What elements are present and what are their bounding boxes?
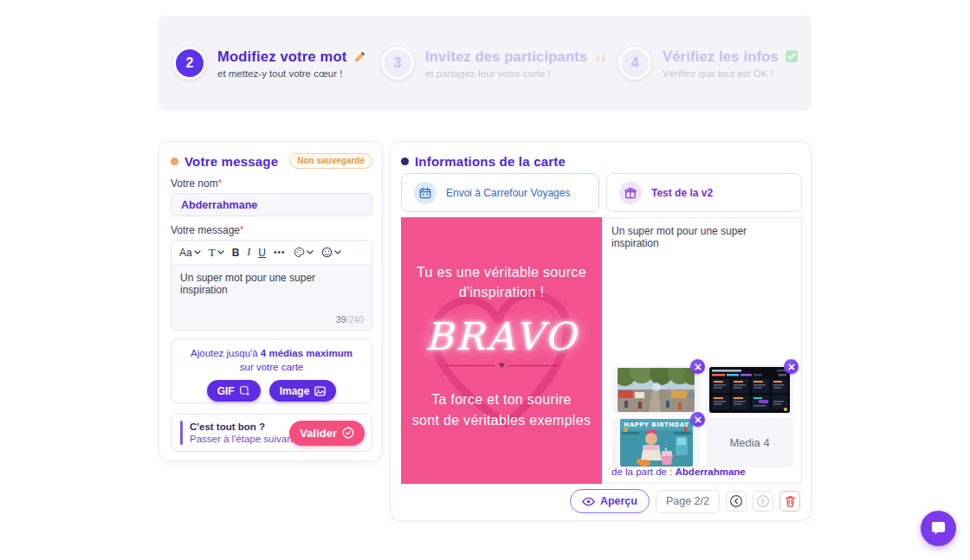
media-2-dashboard (706, 365, 793, 415)
text-size-button[interactable]: T (209, 246, 224, 260)
next-page-button[interactable] (753, 491, 773, 512)
step-invitez-participants[interactable]: 3 Invitez des participants et partagez-l… (381, 16, 607, 111)
step-3-circle: 3 (381, 47, 414, 80)
apercu-button[interactable]: Aperçu (570, 489, 650, 513)
editor-toolbar: Aa T B I U ••• (171, 241, 372, 265)
confirm-title: C'est tout bon ? (190, 422, 289, 432)
step-2-title: Modifiez votre mot (217, 48, 346, 65)
chat-bubble-icon (930, 521, 947, 536)
trash-icon (785, 495, 796, 507)
unsaved-badge: Non sauvegardé (289, 153, 372, 169)
italic-button[interactable]: I (247, 246, 250, 259)
chat-support-button[interactable] (921, 511, 956, 546)
unsaved-status-dot (171, 158, 178, 165)
confirm-box: C'est tout bon ? Passer à l'étape suivan… (171, 414, 372, 452)
step-3-subtitle: et partagez-leur votre carte ! (425, 68, 607, 79)
happy-birthday-gif: HAPPY BIRTHDAY (620, 419, 693, 467)
underline-button[interactable]: U (258, 247, 266, 259)
eye-icon (582, 497, 595, 506)
step-2-number: 2 (186, 55, 194, 71)
gif-sticker-icon (240, 386, 250, 396)
card-message-bottom: Ta force et ton sourire sont de véritabl… (401, 389, 602, 429)
writing-hand-icon (353, 50, 366, 63)
chevron-down-icon (334, 250, 341, 254)
close-icon (788, 364, 795, 370)
message-editor: Aa T B I U ••• Un super mot pour une sup… (171, 240, 372, 331)
required-asterisk: * (240, 224, 243, 235)
bold-button[interactable]: B (232, 247, 240, 259)
step-2-circle: 2 (173, 47, 206, 80)
name-input[interactable] (171, 193, 372, 216)
remove-media-3-button[interactable] (690, 412, 705, 427)
image-icon (314, 386, 326, 396)
tab-label: Test de la v2 (651, 187, 713, 199)
tab-label: Envoi à Carrefour Voyages (446, 187, 570, 199)
char-counter: 39/240 (336, 314, 364, 325)
calendar-icon (414, 182, 436, 204)
arrow-left-circle-icon (729, 494, 743, 508)
media-3-birthday-gif: HAPPY BIRTHDAY (612, 418, 700, 467)
check-mark-icon (786, 50, 798, 62)
validate-button[interactable]: Valider (289, 421, 365, 446)
step-4-circle: 4 (618, 47, 651, 80)
page-indicator: Page 2/2 (656, 490, 720, 513)
step-4-title: Vérifiez les infos (663, 48, 779, 65)
palette-icon (294, 247, 305, 258)
close-icon (695, 416, 702, 423)
svg-text:HAPPY BIRTHDAY: HAPPY BIRTHDAY (624, 422, 689, 428)
previous-page-button[interactable] (726, 491, 747, 512)
stepper: 2 Modifiez votre mot et mettez-y tout vo… (158, 16, 812, 111)
step-modifiez-votre-mot[interactable]: 2 Modifiez votre mot et mettez-y tout vo… (173, 16, 366, 111)
chevron-down-icon (194, 250, 201, 254)
message-panel: Votre message Non sauvegardé Votre nom* … (158, 141, 383, 461)
card-front-preview[interactable]: Tu es une véritable source d'inspiration… (401, 217, 602, 484)
media-grid: HAPPY BIRTHDAY (612, 365, 793, 467)
tab-envoi-carrefour-voyages[interactable]: Envoi à Carrefour Voyages (401, 173, 599, 212)
sender-name: Abderrahmane (676, 467, 746, 477)
card-tabs: Envoi à Carrefour Voyages Test de la v2 (401, 173, 802, 212)
accent-bar (180, 421, 183, 445)
media-4-placeholder: Media 4 (729, 436, 769, 449)
dark-dashboard-screenshot (709, 367, 790, 413)
info-dot (401, 158, 409, 165)
card-page-preview: Un super mot pour une super inspiration (602, 217, 802, 484)
name-label: Votre nom* (171, 177, 222, 190)
preview-footer: Aperçu Page 2/2 (570, 489, 800, 513)
gif-button[interactable]: GIF (207, 380, 261, 402)
from-line: de la part de : Abderrahmane (611, 467, 746, 477)
step-4-subtitle: Vérifiez que tout est OK ! (663, 68, 798, 79)
step-verifiez-infos[interactable]: 4 Vérifiez les infos Vérifiez que tout e… (618, 16, 798, 111)
more-options-button[interactable]: ••• (274, 248, 286, 257)
message-label: Votre message* (171, 224, 243, 236)
card-info-panel: Informations de la carte Envoi à Carrefo… (390, 141, 812, 521)
close-icon (695, 364, 702, 370)
smiley-icon (321, 247, 333, 258)
step-2-subtitle: et mettez-y tout votre cœur ! (217, 68, 366, 79)
gift-icon (619, 182, 642, 204)
step-3-number: 3 (394, 55, 402, 71)
remove-media-2-button[interactable] (784, 359, 799, 374)
card-headline: BRAVO (401, 314, 602, 358)
text-color-button[interactable] (294, 247, 314, 258)
emoji-button[interactable] (321, 247, 341, 258)
tab-test-de-la-v2[interactable]: Test de la v2 (606, 173, 802, 212)
card-message-top: Tu es une véritable source d'inspiration… (401, 262, 602, 302)
raised-hands-icon (594, 51, 607, 62)
message-panel-title: Votre message (184, 154, 278, 169)
check-circle-icon (342, 427, 354, 439)
preview-message-text: Un super mot pour une super inspiration (611, 225, 794, 249)
chevron-down-icon (307, 250, 314, 254)
arrow-right-circle-icon (756, 494, 770, 508)
step-3-title: Invitez des participants (425, 48, 587, 65)
delete-page-button[interactable] (779, 491, 800, 512)
chevron-down-icon (217, 250, 224, 254)
next-step-link[interactable]: Passer à l'étape suivante → (190, 434, 289, 444)
page: 2 Modifiez votre mot et mettez-y tout vo… (0, 0, 970, 560)
font-family-button[interactable]: Aa (179, 247, 201, 259)
card-info-title: Informations de la carte (415, 154, 566, 169)
media-4-empty-slot[interactable]: Media 4 (706, 418, 793, 467)
remove-media-1-button[interactable] (690, 359, 705, 374)
image-button[interactable]: Image (269, 380, 337, 402)
media-1-street-market (612, 365, 700, 415)
street-market-photo (618, 368, 695, 412)
